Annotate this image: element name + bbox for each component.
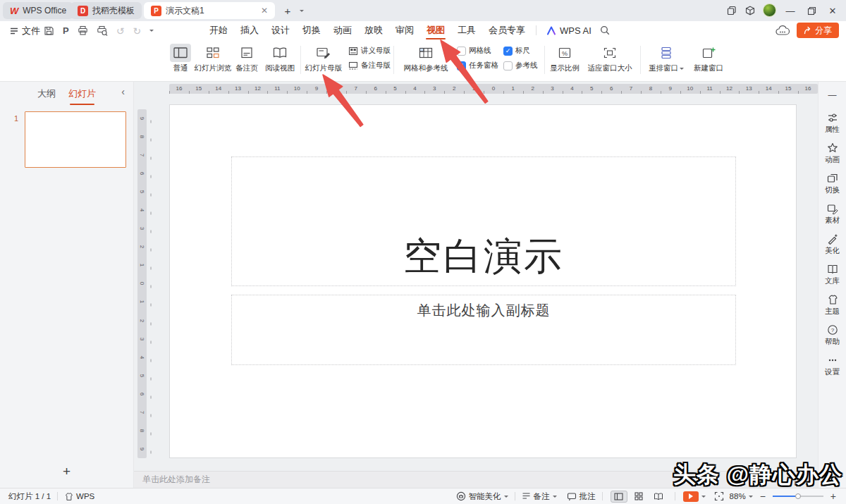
ruler-checkbox[interactable]: 标尺 <box>503 46 540 56</box>
status-reading-view-button[interactable] <box>650 491 667 503</box>
sidebar-item-help[interactable]: ? 帮助 <box>825 324 840 347</box>
save-icon[interactable] <box>44 25 54 36</box>
restore-button[interactable] <box>805 5 818 16</box>
fit-slide-button[interactable] <box>714 491 724 501</box>
tab-slides[interactable]: 幻灯片 <box>68 87 96 100</box>
quick-access-chevron-icon[interactable] <box>149 30 154 34</box>
checkbox-icon[interactable] <box>503 47 513 56</box>
new-tab-button[interactable]: + <box>281 2 295 19</box>
task-pane-checkbox[interactable]: 任务窗格 <box>457 61 501 70</box>
subtitle-placeholder[interactable]: 单击此处输入副标题 <box>231 295 736 365</box>
sidebar-item-theme[interactable]: 主题 <box>825 294 840 316</box>
menu-member[interactable]: 会员专享 <box>482 21 532 40</box>
menu-review[interactable]: 审阅 <box>389 21 420 40</box>
guides-checkbox[interactable]: 参考线 <box>503 61 540 70</box>
sidebar-item-transition[interactable]: 切换 <box>825 173 840 195</box>
zoom-out-button[interactable]: − <box>759 491 767 502</box>
slide-thumbnail[interactable] <box>25 111 126 168</box>
notes-toggle-button[interactable]: 备注 <box>522 491 557 502</box>
slide-sorter-button[interactable]: 幻灯片浏览 <box>192 44 234 73</box>
status-normal-view-button[interactable] <box>611 491 627 503</box>
tab-presentation1[interactable]: P 演示文稿1 ✕ <box>144 2 275 19</box>
slide-master-button[interactable]: 幻灯片母版 <box>303 44 344 73</box>
undo-icon[interactable]: ↺ <box>116 25 125 37</box>
minimize-button[interactable]: — <box>784 5 797 16</box>
menu-animation[interactable]: 动画 <box>327 21 358 40</box>
grid-and-guides-button[interactable]: 网格和参考线 <box>398 44 454 73</box>
play-slideshow-button[interactable] <box>683 491 699 502</box>
sidebar-item-animation[interactable]: 动画 <box>825 142 840 165</box>
arrange-windows-button[interactable]: 重排窗口 <box>646 44 687 73</box>
tab-docer-templates[interactable]: D 找稻壳模板 <box>70 2 142 19</box>
wps-ai-button[interactable]: WPS AI <box>541 21 597 40</box>
print-icon[interactable] <box>78 25 88 36</box>
fit-window-button[interactable]: 适应窗口大小 <box>585 44 634 73</box>
app-box-icon[interactable] <box>744 5 756 16</box>
menu-view[interactable]: 视图 <box>420 21 451 40</box>
workspace-icon[interactable] <box>726 5 737 16</box>
menu-slideshow[interactable]: 放映 <box>358 21 389 40</box>
menu-design[interactable]: 设计 <box>265 21 296 40</box>
notes-placeholder-text: 单击此处添加备注 <box>142 474 210 486</box>
menu-tools[interactable]: 工具 <box>451 21 482 40</box>
notes-page-button[interactable]: 备注页 <box>233 44 261 73</box>
ruler-number: 7 <box>133 407 151 417</box>
ruler-number: 1 <box>133 261 151 270</box>
close-window-button[interactable]: ✕ <box>826 5 839 16</box>
file-menu-label: 文件 <box>22 25 40 37</box>
menu-insert[interactable]: 插入 <box>234 21 265 40</box>
file-menu-button[interactable]: 文件 <box>10 21 40 40</box>
close-tab-icon[interactable]: ✕ <box>261 6 268 16</box>
sidebar-item-properties[interactable]: 属性 <box>825 112 840 135</box>
smart-beautify-button[interactable]: 智能美化 <box>456 491 508 502</box>
zoom-slider-knob[interactable] <box>795 493 801 499</box>
theme-button[interactable]: WPS <box>64 492 94 501</box>
zoom-in-button[interactable]: + <box>829 491 838 502</box>
collapse-panel-icon[interactable]: ‹ <box>121 86 125 97</box>
normal-view-button[interactable]: 普通 <box>168 44 193 73</box>
add-slide-button[interactable]: + <box>0 464 133 479</box>
menubar: 文件 P ↺ ↻ 开始 插入 设计 切换 动画 放映 审阅 视图 工具 会员专享… <box>0 21 846 40</box>
sidebar-item-material[interactable]: 素材 <box>825 203 840 226</box>
new-window-button[interactable]: 新建窗口 <box>691 44 726 73</box>
slide-canvas[interactable]: 空白演示 单击此处输入副标题 <box>169 104 797 458</box>
book-icon <box>827 264 838 275</box>
handout-master-button[interactable]: 讲义母版 <box>348 46 391 56</box>
reading-view-button[interactable]: 阅读视图 <box>262 44 298 73</box>
sidebar-item-library[interactable]: 文库 <box>825 264 840 286</box>
checkbox-column-1: 网格线 任务窗格 <box>457 46 501 70</box>
notes-master-button[interactable]: 备注母版 <box>348 61 391 70</box>
ruler-number: 2 <box>523 84 543 94</box>
checkbox-icon[interactable] <box>457 47 466 56</box>
wps-ai-icon <box>546 26 556 35</box>
redo-icon[interactable]: ↻ <box>133 25 141 37</box>
comments-button[interactable]: 批注 <box>567 491 596 502</box>
cloud-status-icon[interactable] <box>776 25 790 36</box>
gridlines-checkbox[interactable]: 网格线 <box>457 46 501 56</box>
checkbox-icon[interactable] <box>503 61 513 70</box>
zoom-level[interactable]: 88% <box>730 492 753 500</box>
tab-outline[interactable]: 大纲 <box>37 87 56 100</box>
tab-wps-office[interactable]: W WPS Office <box>3 2 73 19</box>
sidebar-item-settings[interactable]: 设置 <box>825 355 840 377</box>
menu-transition[interactable]: 切换 <box>296 21 327 40</box>
question-icon: ? <box>827 324 838 336</box>
ruler-number: 8 <box>326 84 346 94</box>
zoom-slider[interactable] <box>773 496 823 497</box>
collapse-sidebar-icon[interactable]: — <box>828 90 837 100</box>
title-placeholder[interactable]: 空白演示 <box>231 156 736 286</box>
print-preview-icon[interactable] <box>97 25 108 36</box>
share-button[interactable]: 分享 <box>797 23 839 38</box>
play-options-chevron-icon[interactable] <box>701 496 706 500</box>
checkbox-icon[interactable] <box>457 61 466 70</box>
export-pdf-icon[interactable]: P <box>63 25 69 36</box>
notes-lines-icon <box>522 492 531 500</box>
menu-home[interactable]: 开始 <box>203 21 234 40</box>
search-icon[interactable] <box>597 21 613 40</box>
sidebar-item-beautify[interactable]: 美化 <box>825 233 840 256</box>
user-avatar[interactable] <box>763 4 776 17</box>
ruler-number: 15 <box>778 84 798 94</box>
tab-list-chevron-icon[interactable] <box>296 2 307 19</box>
zoom-ratio-button[interactable]: % 显示比例 <box>548 44 581 73</box>
status-slide-sorter-button[interactable] <box>630 491 647 503</box>
